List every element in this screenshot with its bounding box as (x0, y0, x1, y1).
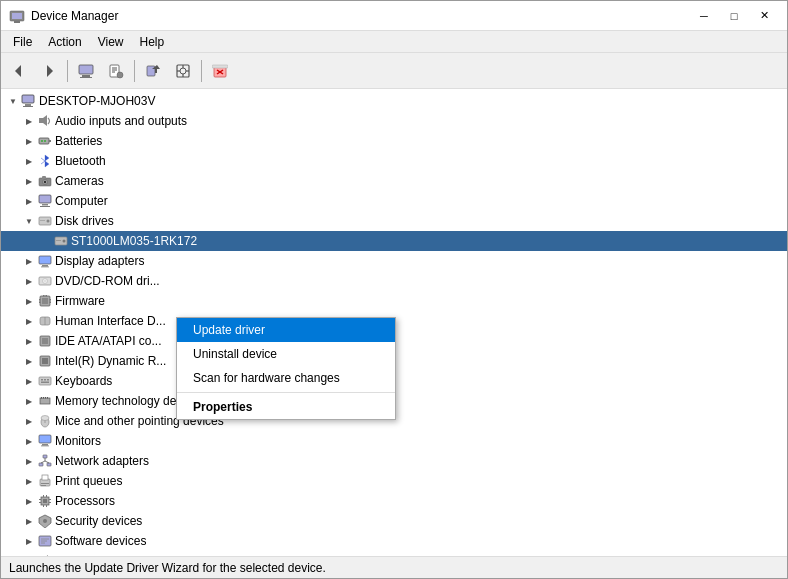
computer-arrow[interactable] (21, 193, 37, 209)
svg-marker-29 (43, 115, 47, 126)
tree-item-dvd[interactable]: DVD/CD-ROM dri... (1, 271, 787, 291)
menu-file[interactable]: File (5, 33, 40, 51)
cameras-arrow[interactable] (21, 173, 37, 189)
tree-view[interactable]: DESKTOP-MJOH03V Audio inputs and outputs (1, 89, 787, 556)
svg-rect-50 (41, 267, 49, 268)
ctx-properties[interactable]: Properties (177, 395, 395, 419)
tree-item-disk-drives[interactable]: Disk drives (1, 211, 787, 231)
dvd-arrow[interactable] (21, 273, 37, 289)
svg-rect-77 (47, 397, 48, 399)
back-button[interactable] (5, 57, 33, 85)
bluetooth-label: Bluetooth (55, 154, 106, 168)
computer-icon (37, 193, 53, 209)
display-arrow[interactable] (21, 253, 37, 269)
tree-item-network[interactable]: Network adapters (1, 451, 787, 471)
firmware-arrow[interactable] (21, 293, 37, 309)
svg-point-37 (44, 181, 46, 183)
print-arrow[interactable] (21, 473, 37, 489)
audio-arrow[interactable] (21, 113, 37, 129)
svg-rect-98 (49, 499, 51, 500)
svg-rect-49 (42, 265, 48, 267)
tree-item-computer[interactable]: Computer (1, 191, 787, 211)
network-arrow[interactable] (21, 453, 37, 469)
mice-arrow[interactable] (21, 413, 37, 429)
tree-root[interactable]: DESKTOP-MJOH03V (1, 91, 787, 111)
ctx-properties-label: Properties (193, 400, 252, 414)
security-arrow[interactable] (21, 513, 37, 529)
properties-button[interactable] (102, 57, 130, 85)
disk-drives-label: Disk drives (55, 214, 114, 228)
uninstall-toolbar-button[interactable] (206, 57, 234, 85)
batteries-arrow[interactable] (21, 133, 37, 149)
svg-marker-110 (44, 555, 48, 556)
hid-arrow[interactable] (21, 313, 37, 329)
svg-rect-5 (79, 65, 93, 74)
root-label: DESKTOP-MJOH03V (39, 94, 155, 108)
app-icon (9, 8, 25, 24)
ide-arrow[interactable] (21, 333, 37, 349)
svg-rect-58 (50, 299, 52, 301)
svg-rect-55 (42, 298, 48, 304)
svg-point-80 (41, 416, 49, 421)
monitors-arrow[interactable] (21, 433, 37, 449)
svg-rect-76 (45, 397, 46, 399)
tree-item-security[interactable]: Security devices (1, 511, 787, 531)
svg-rect-74 (41, 397, 42, 399)
menu-help[interactable]: Help (132, 33, 173, 51)
tree-item-firmware[interactable]: Firmware (1, 291, 787, 311)
root-computer-icon (21, 93, 37, 109)
main-content: DESKTOP-MJOH03V Audio inputs and outputs (1, 89, 787, 556)
minimize-button[interactable]: ─ (689, 6, 719, 26)
intel-arrow[interactable] (21, 353, 37, 369)
tree-item-bluetooth[interactable]: Bluetooth (1, 151, 787, 171)
tree-item-software[interactable]: Software devices (1, 531, 787, 551)
svg-rect-1 (12, 13, 22, 19)
tree-item-cameras[interactable]: Cameras (1, 171, 787, 191)
tree-item-print[interactable]: Print queues (1, 471, 787, 491)
ctx-update-driver[interactable]: Update driver (177, 318, 395, 342)
svg-rect-6 (82, 75, 90, 77)
tree-item-monitors[interactable]: Monitors (1, 431, 787, 451)
bluetooth-arrow[interactable] (21, 153, 37, 169)
sound-arrow[interactable] (21, 553, 37, 556)
scan-hardware-toolbar-button[interactable] (169, 57, 197, 85)
ctx-uninstall-device[interactable]: Uninstall device (177, 342, 395, 366)
batteries-icon (37, 133, 53, 149)
context-menu: Update driver Uninstall device Scan for … (176, 317, 396, 420)
processors-arrow[interactable] (21, 493, 37, 509)
close-button[interactable]: ✕ (749, 6, 779, 26)
tree-item-sound[interactable]: Sound, video and game controllers (1, 551, 787, 556)
ctx-update-driver-label: Update driver (193, 323, 265, 337)
ctx-scan-hardware[interactable]: Scan for hardware changes (177, 366, 395, 390)
memory-arrow[interactable] (21, 393, 37, 409)
root-expand-arrow[interactable] (5, 93, 21, 109)
dvd-icon (37, 273, 53, 289)
svg-rect-60 (43, 295, 45, 297)
title-controls: ─ □ ✕ (689, 6, 779, 26)
update-driver-toolbar-button[interactable] (139, 57, 167, 85)
software-icon (37, 533, 53, 549)
svg-rect-25 (22, 95, 34, 103)
svg-rect-68 (39, 377, 51, 385)
svg-point-43 (47, 220, 50, 223)
toolbar-separator-1 (67, 60, 68, 82)
tree-item-batteries[interactable]: Batteries (1, 131, 787, 151)
svg-rect-69 (41, 379, 43, 381)
keyboards-arrow[interactable] (21, 373, 37, 389)
software-arrow[interactable] (21, 533, 37, 549)
svg-rect-84 (43, 455, 47, 458)
tree-item-audio[interactable]: Audio inputs and outputs (1, 111, 787, 131)
disk-drives-arrow[interactable] (21, 213, 37, 229)
display-icon (37, 253, 53, 269)
forward-button[interactable] (35, 57, 63, 85)
menu-view[interactable]: View (90, 33, 132, 51)
tree-item-processors[interactable]: Processors (1, 491, 787, 511)
tree-item-st1000[interactable]: ST1000LM035-1RK172 (1, 231, 787, 251)
maximize-button[interactable]: □ (719, 6, 749, 26)
computer-button[interactable] (72, 57, 100, 85)
menu-bar: File Action View Help (1, 31, 787, 53)
svg-rect-13 (147, 66, 155, 76)
tree-item-display[interactable]: Display adapters (1, 251, 787, 271)
menu-action[interactable]: Action (40, 33, 89, 51)
svg-rect-27 (23, 106, 33, 107)
